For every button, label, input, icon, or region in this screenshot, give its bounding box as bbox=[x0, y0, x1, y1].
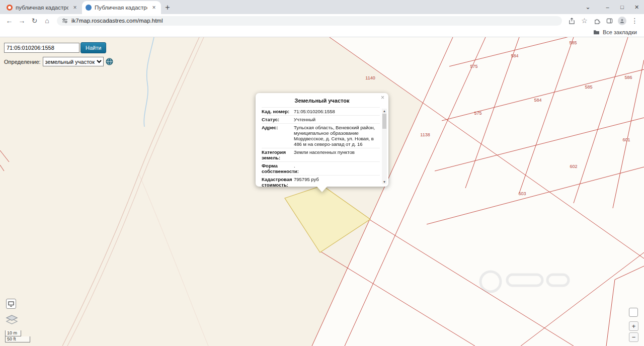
definition-row: Определение: земельный участок bbox=[4, 57, 113, 66]
url-text: ik7map.roscadastres.com/map.html bbox=[71, 18, 163, 24]
bookmarks-bar: Все закладки bbox=[0, 27, 644, 37]
parcel-number: 584 bbox=[511, 53, 518, 58]
popup-pointer bbox=[316, 186, 328, 192]
scroll-down-icon[interactable]: ▼ bbox=[382, 180, 387, 184]
tab2-title: Публичная кадастровая ка bbox=[95, 5, 147, 11]
parcel-number: 575 bbox=[474, 111, 481, 116]
field-label: Кад. номер: bbox=[262, 109, 294, 114]
screen-icon bbox=[8, 301, 14, 307]
minimize-button[interactable]: – bbox=[600, 0, 615, 14]
definition-select[interactable]: земельный участок bbox=[43, 57, 104, 66]
scroll-up-icon[interactable]: ▲ bbox=[382, 109, 387, 113]
layers-control[interactable] bbox=[6, 315, 18, 327]
forward-button[interactable]: → bbox=[16, 15, 28, 27]
field-value: . bbox=[294, 163, 380, 174]
zoom-in-button[interactable]: + bbox=[629, 321, 638, 331]
popup-row: Категория земель: Земли населенных пункт… bbox=[262, 148, 380, 162]
popup-row: Кад. номер: 71:05:010206:1558 bbox=[262, 108, 380, 116]
bookmark-star-icon[interactable]: ☆ bbox=[578, 15, 591, 27]
field-value: 71:05:010206:1558 bbox=[294, 109, 380, 114]
field-value: Учтенный bbox=[294, 117, 380, 122]
scale-imperial: 50 ft bbox=[5, 336, 30, 342]
map-scale: 10 m 50 ft bbox=[5, 330, 30, 342]
layers-icon bbox=[6, 315, 18, 325]
back-button[interactable]: ← bbox=[3, 15, 16, 27]
parcel-number: 586 bbox=[624, 75, 632, 80]
popup-fields: Кад. номер: 71:05:010206:1558 Статус: Уч… bbox=[262, 107, 380, 187]
url-bar[interactable]: ik7map.roscadastres.com/map.html bbox=[57, 16, 562, 26]
all-bookmarks-button[interactable]: Все закладки bbox=[603, 29, 637, 35]
popup-row: Форма собственности: . bbox=[262, 162, 380, 176]
close-window-button[interactable]: ✕ bbox=[629, 0, 644, 14]
watermark bbox=[480, 272, 569, 292]
side-panel-icon[interactable] bbox=[603, 15, 616, 27]
tab1-favicon-icon bbox=[7, 5, 13, 11]
browser-tabstrip: публичная кадастровая ка × Публичная кад… bbox=[0, 0, 644, 14]
field-label: Статус: bbox=[262, 117, 294, 122]
parcel-popup-card: Земельный участок × Кад. номер: 71:05:01… bbox=[256, 93, 388, 187]
new-tab-button[interactable]: + bbox=[161, 1, 174, 14]
parcel-number: 601 bbox=[622, 137, 630, 142]
field-label: Адрес: bbox=[262, 125, 294, 147]
tab-2-active[interactable]: Публичная кадастровая ка × bbox=[82, 1, 161, 14]
overview-map-button[interactable] bbox=[6, 299, 16, 309]
field-label: Кадастровая стоимость: bbox=[262, 177, 294, 187]
search-input[interactable] bbox=[4, 43, 79, 53]
zoom-control: + − bbox=[629, 321, 638, 342]
popup-scrollbar[interactable]: ▲ ▼ bbox=[382, 109, 387, 184]
popup-row: Адрес: Тульская область, Веневский район… bbox=[262, 124, 380, 148]
tab-1[interactable]: публичная кадастровая ка × bbox=[3, 1, 82, 14]
tab-search-icon[interactable]: ⌄ bbox=[581, 0, 595, 14]
map-viewport: 1140 575 584 585 586 585 584 575 1138 60… bbox=[0, 37, 644, 346]
extensions-icon[interactable] bbox=[591, 15, 603, 27]
search-row: Найти bbox=[4, 42, 113, 53]
popup-row: Кадастровая стоимость: 795795 руб bbox=[262, 176, 380, 187]
tab1-close-icon[interactable]: × bbox=[71, 4, 78, 11]
find-button[interactable]: Найти bbox=[80, 42, 106, 53]
parcel-number: 584 bbox=[534, 98, 541, 103]
parcel-popup: Земельный участок × Кад. номер: 71:05:01… bbox=[256, 93, 388, 187]
search-panel: Найти Определение: земельный участок bbox=[4, 42, 113, 66]
parcel-number: 575 bbox=[470, 64, 477, 69]
zoom-out-button[interactable]: − bbox=[629, 332, 638, 342]
window-controls: ⌄ – □ ✕ bbox=[581, 0, 644, 14]
globe-icon[interactable] bbox=[106, 58, 113, 65]
attribution-toggle[interactable] bbox=[629, 308, 638, 317]
maximize-button[interactable]: □ bbox=[615, 0, 629, 14]
field-label: Категория земель: bbox=[262, 149, 294, 160]
avatar-icon bbox=[618, 17, 626, 25]
bookmarks-folder-icon bbox=[593, 29, 600, 35]
menu-kebab-icon[interactable]: ⋮ bbox=[628, 15, 641, 27]
popup-row: Статус: Учтенный bbox=[262, 116, 380, 124]
parcel-number: 1140 bbox=[365, 75, 375, 80]
home-button[interactable]: ⌂ bbox=[41, 15, 53, 27]
share-icon[interactable] bbox=[566, 15, 578, 27]
browser-toolbar: ← → ↻ ⌂ ik7map.roscadastres.com/map.html… bbox=[0, 14, 644, 27]
popup-title: Земельный участок bbox=[256, 93, 388, 107]
reload-button[interactable]: ↻ bbox=[28, 15, 41, 27]
field-value: 795795 руб bbox=[294, 177, 380, 187]
tab2-favicon-icon bbox=[86, 5, 92, 11]
popup-close-icon[interactable]: × bbox=[381, 94, 384, 101]
parcel-number: 1138 bbox=[420, 132, 430, 137]
land-tint-region bbox=[0, 37, 423, 346]
definition-label: Определение: bbox=[4, 59, 41, 65]
field-label: Форма собственности: bbox=[262, 163, 294, 174]
tab1-title: публичная кадастровая ка bbox=[16, 5, 68, 11]
parcel-number: 585 bbox=[569, 40, 577, 45]
scroll-thumb[interactable] bbox=[382, 114, 386, 129]
parcel-number: 603 bbox=[518, 191, 526, 196]
parcel-number: 585 bbox=[585, 84, 592, 90]
parcel-number: 602 bbox=[570, 164, 577, 169]
site-info-icon[interactable] bbox=[62, 18, 68, 24]
field-value: Земли населенных пунктов bbox=[294, 149, 380, 160]
tab2-close-icon[interactable]: × bbox=[150, 4, 157, 11]
scale-metric: 10 m bbox=[5, 330, 21, 336]
field-value: Тульская область, Веневский район, муниц… bbox=[294, 125, 380, 147]
profile-avatar[interactable] bbox=[616, 15, 628, 27]
